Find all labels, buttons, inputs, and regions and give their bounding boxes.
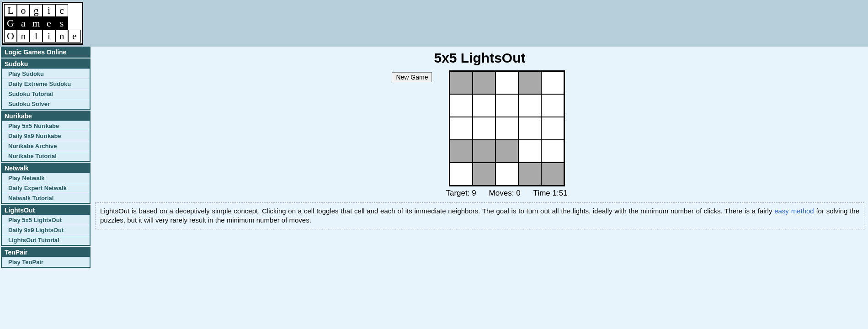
board-cell[interactable] [450,71,473,94]
board-cell[interactable] [495,71,518,94]
logo-letter: c [55,4,68,17]
board-cell[interactable] [450,94,473,117]
sidebar: Logic Games OnlineSudokuPlay SudokuDaily… [0,47,91,269]
board-cell[interactable] [450,117,473,140]
nav-header[interactable]: Logic Games Online [2,48,90,57]
logo-letter: g [30,4,43,17]
board-cell[interactable] [518,71,541,94]
logo-letter: s [55,17,68,30]
page-title: 5x5 LightsOut [95,50,864,66]
board-cell[interactable] [518,140,541,163]
board-cell[interactable] [473,117,495,140]
logo-letter: n [55,30,68,42]
logo-letter: a [17,17,30,30]
logo-letter: G [4,17,17,30]
nav-item[interactable]: Play Netwalk [2,173,90,183]
board-cell[interactable] [473,140,495,163]
nav-header[interactable]: LightsOut [2,206,90,215]
description-box: LightsOut is based on a deceptively simp… [95,202,864,229]
nav-item[interactable]: Daily 9x9 LightsOut [2,225,90,235]
main-content: 5x5 LightsOut New Game Target: 9 Moves: … [91,47,868,233]
board-cell[interactable] [473,163,495,186]
nav-header[interactable]: Netwalk [2,164,90,173]
nav-item[interactable]: Netwalk Tutorial [2,193,90,203]
easy-method-link[interactable]: easy method [774,207,814,215]
nav-item[interactable]: Nurikabe Archive [2,141,90,151]
logo-letter: i [43,30,55,42]
logo-letter: n [17,30,30,42]
nav-item[interactable]: Daily 9x9 Nurikabe [2,131,90,141]
nav-header[interactable]: Nurikabe [2,111,90,121]
game-board [449,70,565,186]
nav-item[interactable]: Play 5x5 Nurikabe [2,121,90,131]
nav-header[interactable]: TenPair [2,248,90,257]
nav-item[interactable]: Nurikabe Tutorial [2,151,90,161]
game-stats: Target: 9 Moves: 0 Time 1:51 [446,189,567,198]
logo-letter: O [4,30,17,42]
logo-letter: m [30,17,43,30]
nav-item[interactable]: LightsOut Tutorial [2,235,90,245]
nav-item[interactable]: Sudoku Solver [2,99,90,109]
description-text: LightsOut is based on a deceptively simp… [100,207,774,215]
nav-item[interactable]: Play 5x5 LightsOut [2,215,90,225]
board-cell[interactable] [541,71,564,94]
logo-letter: L [4,4,17,17]
board-cell[interactable] [518,163,541,186]
board-cell[interactable] [495,94,518,117]
stat-moves: Moves: 0 [489,189,521,198]
logo-letter: i [43,4,55,17]
board-cell[interactable] [541,163,564,186]
board-cell[interactable] [518,117,541,140]
nav-item[interactable]: Play Sudoku [2,69,90,79]
new-game-button[interactable]: New Game [392,72,432,82]
stat-target: Target: 9 [446,189,476,198]
nav-header[interactable]: Sudoku [2,59,90,69]
board-cell[interactable] [541,94,564,117]
board-cell[interactable] [495,163,518,186]
board-cell[interactable] [518,94,541,117]
board-cell[interactable] [473,94,495,117]
board-cell[interactable] [450,140,473,163]
nav-item[interactable]: Play TenPair [2,257,90,267]
nav-item[interactable]: Daily Extreme Sudoku [2,79,90,89]
logo-letter: l [30,30,43,42]
nav-item[interactable]: Daily Expert Netwalk [2,183,90,193]
board-cell[interactable] [541,117,564,140]
stat-time: Time 1:51 [533,189,568,198]
logo-letter: e [68,30,81,42]
board-cell[interactable] [450,163,473,186]
board-cell[interactable] [495,117,518,140]
nav-item[interactable]: Sudoku Tutorial [2,89,90,99]
site-logo[interactable]: LogicGamesOnline [2,2,83,45]
board-cell[interactable] [541,140,564,163]
board-cell[interactable] [473,71,495,94]
board-cell[interactable] [495,140,518,163]
logo-letter: o [17,4,30,17]
logo-letter: e [43,17,55,30]
